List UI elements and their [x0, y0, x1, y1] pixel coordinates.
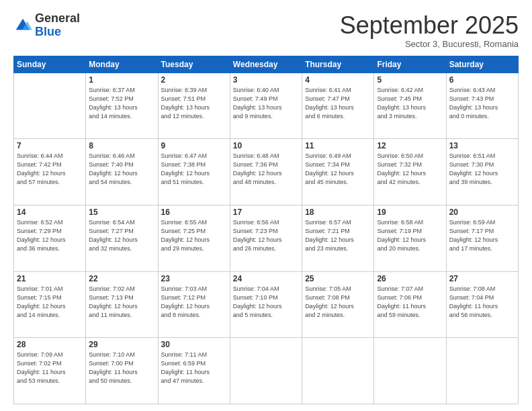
day-number: 24 [233, 274, 299, 283]
day-number: 9 [161, 141, 227, 150]
day-info: Sunrise: 6:54 AMSunset: 7:27 PMDaylight:… [89, 218, 154, 253]
subtitle: Sector 3, Bucuresti, Romania [340, 39, 519, 49]
calendar-cell: 10Sunrise: 6:48 AMSunset: 7:36 PMDayligh… [230, 139, 302, 205]
calendar-cell: 24Sunrise: 7:04 AMSunset: 7:10 PMDayligh… [230, 271, 302, 338]
day-info: Sunrise: 6:48 AMSunset: 7:36 PMDaylight:… [233, 152, 299, 187]
calendar-cell: 26Sunrise: 7:07 AMSunset: 7:06 PMDayligh… [374, 271, 446, 338]
day-info: Sunrise: 6:59 AMSunset: 7:17 PMDaylight:… [449, 218, 515, 253]
week-row-2: 14Sunrise: 6:52 AMSunset: 7:29 PMDayligh… [14, 205, 519, 271]
calendar-cell: 28Sunrise: 7:09 AMSunset: 7:02 PMDayligh… [14, 338, 86, 404]
calendar-cell: 9Sunrise: 6:47 AMSunset: 7:38 PMDaylight… [158, 139, 230, 205]
day-info: Sunrise: 6:46 AMSunset: 7:40 PMDaylight:… [89, 152, 154, 187]
day-number: 26 [377, 274, 443, 283]
day-number: 18 [305, 208, 371, 217]
page: General Blue September 2025 Sector 3, Bu… [0, 0, 532, 411]
calendar-cell [230, 338, 302, 404]
day-info: Sunrise: 6:39 AMSunset: 7:51 PMDaylight:… [161, 86, 227, 121]
day-info: Sunrise: 6:37 AMSunset: 7:52 PMDaylight:… [89, 86, 154, 121]
day-info: Sunrise: 6:49 AMSunset: 7:34 PMDaylight:… [305, 152, 371, 187]
header-thursday: Thursday [302, 56, 374, 73]
day-info: Sunrise: 7:10 AMSunset: 7:00 PMDaylight:… [89, 351, 154, 385]
day-number: 2 [161, 75, 227, 85]
calendar-cell: 14Sunrise: 6:52 AMSunset: 7:29 PMDayligh… [14, 205, 86, 271]
week-row-0: 1Sunrise: 6:37 AMSunset: 7:52 PMDaylight… [14, 73, 519, 139]
calendar-cell: 29Sunrise: 7:10 AMSunset: 7:00 PMDayligh… [86, 338, 158, 404]
day-number: 15 [89, 208, 154, 217]
calendar-cell: 27Sunrise: 7:08 AMSunset: 7:04 PMDayligh… [446, 271, 518, 338]
day-number: 22 [89, 274, 154, 283]
day-number: 27 [449, 274, 515, 283]
calendar-cell: 18Sunrise: 6:57 AMSunset: 7:21 PMDayligh… [302, 205, 374, 271]
day-info: Sunrise: 6:40 AMSunset: 7:49 PMDaylight:… [233, 86, 299, 121]
header-tuesday: Tuesday [158, 56, 230, 73]
week-row-4: 28Sunrise: 7:09 AMSunset: 7:02 PMDayligh… [14, 338, 519, 404]
calendar-cell [302, 338, 374, 404]
day-info: Sunrise: 6:47 AMSunset: 7:38 PMDaylight:… [161, 152, 227, 187]
day-info: Sunrise: 6:50 AMSunset: 7:32 PMDaylight:… [377, 152, 443, 187]
calendar-cell: 16Sunrise: 6:55 AMSunset: 7:25 PMDayligh… [158, 205, 230, 271]
calendar-cell: 12Sunrise: 6:50 AMSunset: 7:32 PMDayligh… [374, 139, 446, 205]
calendar-cell [446, 338, 518, 404]
calendar-cell [14, 73, 86, 139]
logo-icon [13, 16, 32, 35]
title-block: September 2025 Sector 3, Bucuresti, Roma… [340, 12, 519, 49]
day-number: 11 [305, 141, 371, 150]
calendar-cell: 6Sunrise: 6:43 AMSunset: 7:43 PMDaylight… [446, 73, 518, 139]
day-number: 16 [161, 208, 227, 217]
day-info: Sunrise: 7:01 AMSunset: 7:15 PMDaylight:… [17, 285, 83, 320]
day-number: 29 [89, 340, 154, 349]
day-number: 30 [161, 340, 227, 349]
day-info: Sunrise: 7:07 AMSunset: 7:06 PMDaylight:… [377, 285, 443, 320]
week-row-1: 7Sunrise: 6:44 AMSunset: 7:42 PMDaylight… [14, 139, 519, 205]
logo-blue: Blue [35, 25, 61, 38]
calendar-cell: 11Sunrise: 6:49 AMSunset: 7:34 PMDayligh… [302, 139, 374, 205]
day-info: Sunrise: 6:43 AMSunset: 7:43 PMDaylight:… [449, 86, 515, 121]
day-number: 1 [89, 75, 154, 85]
month-title: September 2025 [340, 12, 519, 39]
day-info: Sunrise: 7:08 AMSunset: 7:04 PMDaylight:… [449, 285, 515, 320]
header-monday: Monday [86, 56, 158, 73]
calendar-cell: 17Sunrise: 6:56 AMSunset: 7:23 PMDayligh… [230, 205, 302, 271]
day-info: Sunrise: 6:56 AMSunset: 7:23 PMDaylight:… [233, 218, 299, 253]
day-info: Sunrise: 6:44 AMSunset: 7:42 PMDaylight:… [17, 152, 83, 187]
day-number: 6 [449, 75, 515, 85]
calendar-cell: 4Sunrise: 6:41 AMSunset: 7:47 PMDaylight… [302, 73, 374, 139]
day-number: 21 [17, 274, 83, 283]
day-info: Sunrise: 6:51 AMSunset: 7:30 PMDaylight:… [449, 152, 515, 187]
calendar-cell: 8Sunrise: 6:46 AMSunset: 7:40 PMDaylight… [86, 139, 158, 205]
calendar-cell: 22Sunrise: 7:02 AMSunset: 7:13 PMDayligh… [86, 271, 158, 338]
calendar-cell: 3Sunrise: 6:40 AMSunset: 7:49 PMDaylight… [230, 73, 302, 139]
week-row-3: 21Sunrise: 7:01 AMSunset: 7:15 PMDayligh… [14, 271, 519, 338]
logo-text: General Blue [35, 12, 80, 39]
day-number: 3 [233, 75, 299, 85]
day-number: 5 [377, 75, 443, 85]
calendar-cell: 1Sunrise: 6:37 AMSunset: 7:52 PMDaylight… [86, 73, 158, 139]
calendar-cell: 15Sunrise: 6:54 AMSunset: 7:27 PMDayligh… [86, 205, 158, 271]
day-number: 25 [305, 274, 371, 283]
calendar-cell: 30Sunrise: 7:11 AMSunset: 6:59 PMDayligh… [158, 338, 230, 404]
calendar-cell: 13Sunrise: 6:51 AMSunset: 7:30 PMDayligh… [446, 139, 518, 205]
day-info: Sunrise: 7:09 AMSunset: 7:02 PMDaylight:… [17, 351, 83, 385]
day-info: Sunrise: 7:11 AMSunset: 6:59 PMDaylight:… [161, 351, 227, 385]
day-info: Sunrise: 6:58 AMSunset: 7:19 PMDaylight:… [377, 218, 443, 253]
day-number: 12 [377, 141, 443, 150]
calendar-cell: 23Sunrise: 7:03 AMSunset: 7:12 PMDayligh… [158, 271, 230, 338]
day-number: 14 [17, 208, 83, 217]
weekday-header-row: Sunday Monday Tuesday Wednesday Thursday… [14, 56, 519, 73]
day-number: 20 [449, 208, 515, 217]
day-info: Sunrise: 6:55 AMSunset: 7:25 PMDaylight:… [161, 218, 227, 253]
logo-general: General [35, 11, 80, 25]
day-info: Sunrise: 6:57 AMSunset: 7:21 PMDaylight:… [305, 218, 371, 253]
header-sunday: Sunday [14, 56, 86, 73]
day-number: 17 [233, 208, 299, 217]
calendar-cell [374, 338, 446, 404]
day-number: 28 [17, 340, 83, 349]
calendar-cell: 5Sunrise: 6:42 AMSunset: 7:45 PMDaylight… [374, 73, 446, 139]
day-number: 19 [377, 208, 443, 217]
day-number: 4 [305, 75, 371, 85]
calendar-cell: 7Sunrise: 6:44 AMSunset: 7:42 PMDaylight… [14, 139, 86, 205]
day-info: Sunrise: 6:42 AMSunset: 7:45 PMDaylight:… [377, 86, 443, 121]
header-wednesday: Wednesday [230, 56, 302, 73]
calendar-cell: 2Sunrise: 6:39 AMSunset: 7:51 PMDaylight… [158, 73, 230, 139]
day-number: 23 [161, 274, 227, 283]
